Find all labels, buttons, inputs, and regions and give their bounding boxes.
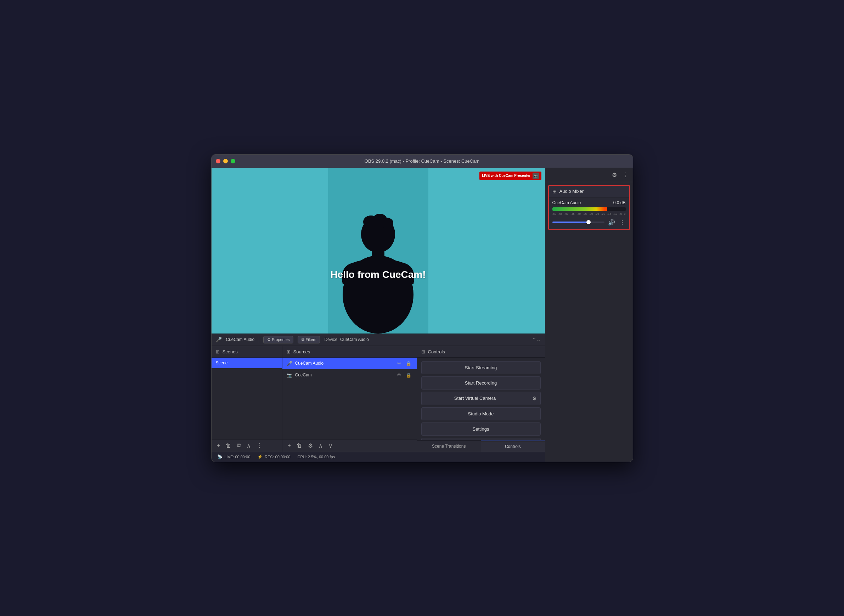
scenes-panel: ⊞ Scenes Scene + 🗑 ⧉ ∧ ⋮: [211, 346, 283, 452]
sources-panel-icon: ⊞: [287, 349, 290, 355]
right-settings-button[interactable]: ⚙: [610, 171, 619, 179]
start-recording-button[interactable]: Start Recording: [421, 376, 541, 390]
scene-filter-button[interactable]: ⧉: [235, 441, 243, 449]
level-label: -35: [583, 212, 587, 216]
device-select-area: Device CueCam Audio ⌃⌄: [324, 337, 540, 342]
bottom-tabs: Scene Transitions Controls: [417, 440, 545, 452]
source-actions-cam: 👁 🔒: [396, 372, 412, 378]
controls-panel: ⊞ Controls Start Streaming Start Recordi…: [417, 346, 545, 452]
scenes-panel-title: Scenes: [223, 349, 238, 355]
source-settings-button[interactable]: ⚙: [306, 441, 315, 450]
scene-more-button[interactable]: ⋮: [255, 441, 264, 450]
obs-window: OBS 29.0.2 (mac) - Profile: CueCam - Sce…: [211, 154, 633, 462]
start-streaming-button[interactable]: Start Streaming: [421, 361, 541, 374]
source-up-button[interactable]: ∧: [317, 441, 325, 450]
properties-button[interactable]: ⚙ Properties: [263, 336, 293, 343]
level-label: -5: [619, 212, 622, 216]
eye-icon-cam[interactable]: 👁: [396, 372, 403, 378]
right-panel: ⚙ ⋮ ⊞ Audio Mixer CueCam Audio 0.0 dB: [545, 168, 633, 462]
scene-name: Scene: [216, 361, 228, 365]
controls-buttons-area: Start Streaming Start Recording Start Vi…: [417, 358, 545, 440]
scene-up-button[interactable]: ∧: [245, 441, 253, 450]
channel-header: CueCam Audio 0.0 dB: [552, 200, 626, 205]
level-label: -55: [558, 212, 563, 216]
rec-status: ⚡ REC: 00:00:00: [257, 455, 290, 459]
volume-slider-thumb[interactable]: [586, 220, 591, 224]
mixer-title: Audio Mixer: [560, 189, 584, 194]
level-label: -40: [576, 212, 581, 216]
microphone-icon: 🎤: [216, 337, 222, 342]
volume-slider-track[interactable]: [552, 221, 604, 223]
source-name-cam: CueCam: [295, 373, 312, 377]
source-down-button[interactable]: ∨: [327, 441, 334, 450]
level-label: -45: [570, 212, 575, 216]
sources-panel-title: Sources: [293, 349, 311, 355]
mute-button[interactable]: 🔊: [607, 219, 616, 226]
live-badge: LIVE with CueCam Presenter 📷: [479, 172, 541, 180]
device-arrow-icon[interactable]: ⌃⌄: [532, 337, 541, 342]
bottom-panels: ⊞ Scenes Scene + 🗑 ⧉ ∧ ⋮: [211, 346, 545, 452]
add-source-button[interactable]: +: [286, 441, 293, 449]
level-meter-fill: [552, 207, 607, 211]
level-label: -50: [564, 212, 569, 216]
device-value: CueCam Audio: [340, 337, 369, 342]
audio-mixer-panel: ⊞ Audio Mixer CueCam Audio 0.0 dB -60 -5…: [548, 185, 630, 230]
start-virtual-camera-button[interactable]: Start Virtual Camera: [421, 392, 529, 405]
sources-toolbar: + 🗑 ⚙ ∧ ∨: [283, 439, 417, 452]
level-label: -15: [607, 212, 611, 216]
add-scene-button[interactable]: +: [215, 441, 222, 449]
channel-name: CueCam Audio: [552, 200, 581, 205]
cpu-status: CPU: 2.5%, 60.00 fps: [297, 455, 335, 459]
close-button[interactable]: [216, 159, 220, 163]
right-top-controls: ⚙ ⋮: [545, 168, 633, 182]
audio-mixer-header: ⊞ Audio Mixer: [549, 186, 629, 197]
level-meter: [552, 207, 626, 211]
preview-canvas: Hello from CueCam! LIVE with CueCam Pres…: [211, 168, 545, 333]
live-status-text: LIVE: 00:00:00: [225, 455, 251, 459]
lock-icon[interactable]: 🔒: [404, 361, 412, 367]
separator: [259, 336, 259, 343]
tab-controls[interactable]: Controls: [481, 440, 545, 452]
virtual-camera-gear-button[interactable]: ⚙: [529, 392, 541, 405]
scenes-toolbar: + 🗑 ⧉ ∧ ⋮: [211, 439, 282, 452]
channel-more-button[interactable]: ⋮: [619, 219, 626, 226]
remove-source-button[interactable]: 🗑: [295, 441, 304, 449]
window-controls: [216, 159, 235, 163]
lock-icon-cam[interactable]: 🔒: [404, 372, 412, 378]
filters-button[interactable]: ⧉ Filters: [297, 336, 320, 343]
start-virtual-camera-row: Start Virtual Camera ⚙: [421, 392, 541, 405]
scene-item-scene[interactable]: Scene: [211, 358, 282, 368]
sources-panel: ⊞ Sources 🎤 CueCam Audio 👁 🔒: [283, 346, 417, 452]
source-actions-audio: 👁 🔒: [396, 361, 412, 367]
level-label: -30: [589, 212, 593, 216]
scenes-list: Scene: [211, 358, 282, 439]
exit-button[interactable]: Exit: [421, 438, 541, 440]
tab-scene-transitions[interactable]: Scene Transitions: [417, 440, 481, 452]
studio-mode-button[interactable]: Studio Mode: [421, 407, 541, 420]
live-text: LIVE with CueCam Presenter: [482, 174, 530, 177]
eye-icon[interactable]: 👁: [396, 361, 403, 367]
channel-db: 0.0 dB: [613, 200, 626, 205]
rec-status-icon: ⚡: [257, 455, 262, 459]
window-title: OBS 29.0.2 (mac) - Profile: CueCam - Sce…: [365, 158, 479, 164]
mixer-icon: ⊞: [552, 189, 557, 194]
remove-scene-button[interactable]: 🗑: [224, 441, 233, 449]
settings-button[interactable]: Settings: [421, 422, 541, 436]
device-label: Device: [324, 337, 337, 342]
rec-status-text: REC: 00:00:00: [265, 455, 290, 459]
right-more-button[interactable]: ⋮: [621, 171, 630, 179]
channel-controls: 🔊 ⋮: [552, 219, 626, 226]
source-item-cuecam[interactable]: 📷 CueCam 👁 🔒: [283, 369, 417, 381]
level-labels: -60 -55 -50 -45 -40 -35 -30 -25 -20 -15 …: [552, 212, 626, 216]
status-bar: 📡 LIVE: 00:00:00 ⚡ REC: 00:00:00 CPU: 2.…: [211, 452, 545, 462]
source-item-cuecam-audio[interactable]: 🎤 CueCam Audio 👁 🔒: [283, 358, 417, 369]
audio-source-icon: 🎤: [287, 361, 292, 366]
audio-source-label: CueCam Audio: [226, 337, 255, 342]
minimize-button[interactable]: [223, 159, 228, 163]
scenes-panel-header: ⊞ Scenes: [211, 346, 282, 358]
maximize-button[interactable]: [231, 159, 235, 163]
level-label: -25: [595, 212, 599, 216]
scene-background: Hello from CueCam!: [211, 168, 545, 333]
live-status-icon: 📡: [217, 455, 223, 459]
audio-channel-cuecam: CueCam Audio 0.0 dB -60 -55 -50 -45 -40 …: [549, 197, 629, 229]
